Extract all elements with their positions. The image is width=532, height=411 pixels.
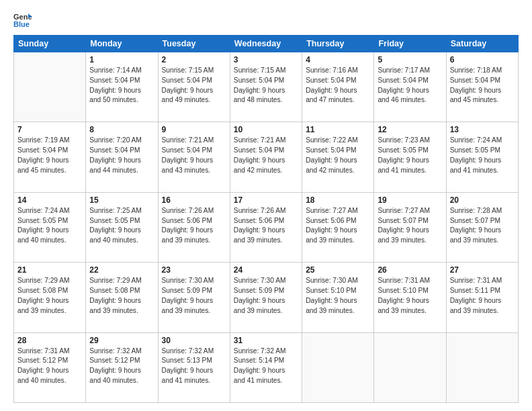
cell-line: Daylight: 9 hours: [450, 226, 515, 236]
cell-line: Sunrise: 7:22 AM: [306, 136, 370, 146]
cell-line: Sunset: 5:09 PM: [234, 286, 298, 296]
calendar-cell: 24Sunrise: 7:30 AMSunset: 5:09 PMDayligh…: [230, 263, 302, 332]
calendar-cell: 6Sunrise: 7:18 AMSunset: 5:04 PMDaylight…: [446, 52, 518, 122]
cell-line: Sunrise: 7:26 AM: [234, 206, 298, 216]
calendar-cell: 17Sunrise: 7:26 AMSunset: 5:06 PMDayligh…: [230, 192, 302, 262]
cell-line: Sunrise: 7:17 AM: [378, 66, 442, 76]
cell-line: Daylight: 9 hours: [450, 156, 515, 166]
cell-line: Daylight: 9 hours: [162, 226, 226, 236]
cell-line: and 41 minutes.: [378, 166, 442, 176]
cell-line: Sunset: 5:12 PM: [89, 356, 154, 366]
cell-line: Sunrise: 7:31 AM: [450, 276, 515, 286]
cell-line: and 41 minutes.: [234, 376, 298, 386]
cell-line: Sunset: 5:05 PM: [450, 146, 515, 156]
day-number: 2: [162, 55, 226, 64]
cell-line: Sunset: 5:06 PM: [306, 216, 370, 226]
cell-line: Daylight: 9 hours: [234, 296, 298, 306]
day-number: 12: [378, 125, 442, 134]
cell-line: Sunset: 5:04 PM: [162, 146, 226, 156]
day-number: 3: [234, 55, 298, 64]
day-number: 15: [89, 195, 154, 205]
cell-line: Daylight: 9 hours: [89, 156, 154, 166]
cell-line: Daylight: 9 hours: [378, 156, 442, 166]
cell-line: Sunrise: 7:30 AM: [306, 276, 370, 286]
cell-line: and 46 minutes.: [378, 95, 442, 105]
cell-line: Daylight: 9 hours: [234, 86, 298, 96]
calendar-cell: 2Sunrise: 7:15 AMSunset: 5:04 PMDaylight…: [158, 52, 230, 122]
cell-line: Sunrise: 7:21 AM: [162, 136, 226, 146]
cell-line: Sunrise: 7:30 AM: [234, 276, 298, 286]
cell-line: Daylight: 9 hours: [306, 226, 370, 236]
day-number: 19: [378, 195, 442, 205]
cell-line: Daylight: 9 hours: [234, 366, 298, 376]
calendar-cell: 10Sunrise: 7:21 AMSunset: 5:04 PMDayligh…: [230, 122, 302, 192]
cell-line: Sunrise: 7:23 AM: [378, 136, 442, 146]
day-number: 8: [89, 125, 154, 134]
cell-line: and 39 minutes.: [450, 236, 515, 246]
day-number: 26: [378, 265, 442, 275]
cell-line: and 45 minutes.: [450, 95, 515, 105]
cell-line: Sunset: 5:04 PM: [89, 146, 154, 156]
day-number: 29: [89, 336, 154, 345]
day-number: 11: [306, 125, 370, 134]
cell-line: and 42 minutes.: [234, 166, 298, 176]
cell-line: and 40 minutes.: [89, 236, 154, 246]
cell-line: Daylight: 9 hours: [89, 366, 154, 376]
day-number: 9: [162, 125, 226, 134]
cell-line: Daylight: 9 hours: [17, 226, 82, 236]
cell-line: Sunrise: 7:24 AM: [450, 136, 515, 146]
cell-line: and 44 minutes.: [89, 166, 154, 176]
cell-line: Daylight: 9 hours: [378, 296, 442, 306]
cell-line: and 41 minutes.: [450, 166, 515, 176]
day-number: 5: [378, 55, 442, 64]
day-number: 22: [89, 265, 154, 275]
cell-line: Daylight: 9 hours: [89, 226, 154, 236]
cell-line: Sunset: 5:04 PM: [234, 146, 298, 156]
cell-line: and 49 minutes.: [162, 95, 226, 105]
day-number: 31: [234, 336, 298, 345]
day-number: 10: [234, 125, 298, 134]
calendar-cell: 9Sunrise: 7:21 AMSunset: 5:04 PMDaylight…: [158, 122, 230, 192]
day-number: 28: [17, 336, 82, 345]
weekday-header-friday: Friday: [374, 36, 446, 52]
day-number: 6: [450, 55, 515, 64]
calendar-cell: [374, 332, 446, 402]
day-number: 18: [306, 195, 370, 205]
cell-line: Sunset: 5:10 PM: [306, 286, 370, 296]
cell-line: Sunset: 5:05 PM: [17, 216, 82, 226]
day-number: 1: [89, 55, 154, 64]
calendar-cell: 3Sunrise: 7:15 AMSunset: 5:04 PMDaylight…: [230, 52, 302, 122]
calendar-cell: 5Sunrise: 7:17 AMSunset: 5:04 PMDaylight…: [374, 52, 446, 122]
day-number: 30: [162, 336, 226, 345]
calendar-cell: 15Sunrise: 7:25 AMSunset: 5:05 PMDayligh…: [86, 192, 158, 262]
cell-line: Daylight: 9 hours: [162, 156, 226, 166]
cell-line: Sunset: 5:04 PM: [89, 76, 154, 86]
cell-line: Sunrise: 7:29 AM: [17, 276, 82, 286]
day-number: 24: [234, 265, 298, 275]
cell-line: and 41 minutes.: [162, 376, 226, 386]
day-number: 7: [17, 125, 82, 134]
day-number: 16: [162, 195, 226, 205]
weekday-header-thursday: Thursday: [302, 36, 374, 52]
day-number: 25: [306, 265, 370, 275]
cell-line: Sunrise: 7:24 AM: [17, 206, 82, 216]
weekday-header-sunday: Sunday: [14, 36, 86, 52]
cell-line: Sunset: 5:13 PM: [162, 356, 226, 366]
cell-line: Sunset: 5:05 PM: [89, 216, 154, 226]
cell-line: Daylight: 9 hours: [234, 156, 298, 166]
cell-line: Sunset: 5:07 PM: [378, 216, 442, 226]
cell-line: and 39 minutes.: [234, 306, 298, 316]
cell-line: and 39 minutes.: [306, 236, 370, 246]
header: General Blue: [13, 12, 519, 28]
weekday-header-saturday: Saturday: [446, 36, 518, 52]
calendar-cell: 1Sunrise: 7:14 AMSunset: 5:04 PMDaylight…: [86, 52, 158, 122]
cell-line: and 39 minutes.: [89, 306, 154, 316]
cell-line: and 39 minutes.: [17, 306, 82, 316]
page: General Blue SundayMondayTuesdayWednesda…: [0, 0, 532, 411]
calendar-cell: 18Sunrise: 7:27 AMSunset: 5:06 PMDayligh…: [302, 192, 374, 262]
calendar-cell: 29Sunrise: 7:32 AMSunset: 5:12 PMDayligh…: [86, 332, 158, 402]
cell-line: and 40 minutes.: [17, 376, 82, 386]
cell-line: Daylight: 9 hours: [162, 296, 226, 306]
cell-line: and 39 minutes.: [162, 236, 226, 246]
calendar-cell: 7Sunrise: 7:19 AMSunset: 5:04 PMDaylight…: [14, 122, 86, 192]
